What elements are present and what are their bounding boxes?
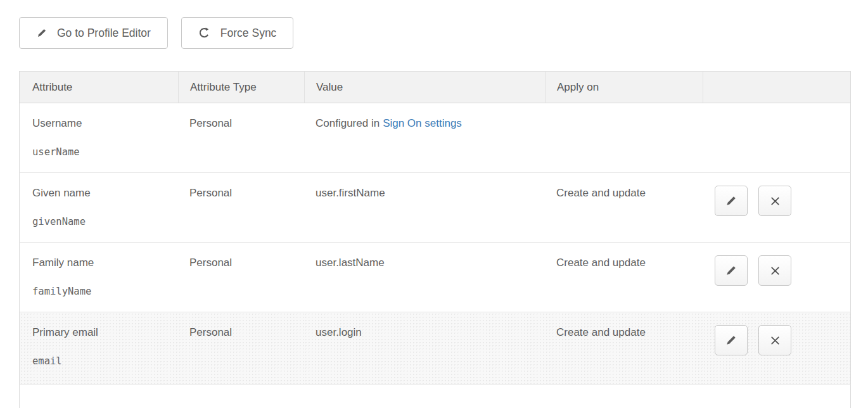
close-icon: [769, 335, 781, 347]
attribute-label: Primary email: [32, 326, 178, 339]
apply-on-cell: [545, 103, 703, 173]
sign-on-settings-link[interactable]: Sign On settings: [383, 117, 462, 129]
close-icon: [769, 265, 781, 277]
pencil-icon: [36, 27, 48, 39]
column-header-apply-on: Apply on: [545, 71, 703, 103]
attribute-cell: Family name familyName: [19, 243, 178, 312]
toolbar: Go to Profile Editor Force Sync: [19, 17, 293, 49]
attribute-variable: email: [32, 355, 178, 367]
attribute-mapping-table: Attribute Attribute Type Value Apply on …: [19, 71, 851, 408]
attribute-variable: givenName: [32, 216, 178, 227]
value-cell: user.login: [304, 312, 545, 385]
table-row: Family name familyName Personal user.las…: [19, 243, 851, 312]
value-text: user.firstName: [316, 187, 385, 199]
apply-on-value: Create and update: [556, 326, 646, 338]
attribute-type-cell: Personal: [178, 103, 304, 173]
attribute-label: Given name: [32, 187, 178, 200]
actions-cell: [703, 173, 851, 243]
actions-cell: [703, 103, 851, 173]
apply-on-value: Create and update: [556, 257, 646, 269]
column-header-value: Value: [304, 71, 545, 103]
go-to-profile-editor-label: Go to Profile Editor: [57, 27, 151, 40]
attribute-type-cell: Personal: [178, 312, 304, 385]
attribute-label: Username: [32, 117, 178, 130]
edit-attribute-button[interactable]: [715, 325, 748, 355]
attribute-table-footer: [19, 385, 851, 408]
attribute-variable: familyName: [32, 286, 178, 297]
edit-attribute-button[interactable]: [715, 255, 748, 286]
row-actions: [715, 325, 850, 355]
value-cell: Configured inSign On settings: [304, 103, 545, 173]
apply-on-value: Create and update: [556, 187, 646, 199]
table-row-empty: [19, 385, 851, 408]
edit-attribute-button[interactable]: [715, 186, 748, 216]
table-header: Attribute Attribute Type Value Apply on: [19, 71, 851, 103]
value-text: user.lastName: [316, 257, 385, 269]
attribute-cell: Given name givenName: [19, 173, 178, 243]
close-icon: [769, 195, 781, 207]
attribute-variable: userName: [32, 146, 178, 158]
go-to-profile-editor-button[interactable]: Go to Profile Editor: [19, 17, 168, 49]
attribute-type: Personal: [189, 117, 232, 129]
force-sync-label: Force Sync: [220, 27, 277, 40]
apply-on-cell: Create and update: [545, 312, 703, 385]
pencil-icon: [725, 334, 737, 347]
attribute-type-cell: Personal: [178, 243, 304, 312]
value-cell: user.firstName: [304, 173, 545, 243]
attribute-table-body: Username userName Personal Configured in…: [19, 103, 851, 385]
attribute-cell: Username userName: [19, 103, 178, 173]
attribute-label: Family name: [32, 257, 178, 269]
table-row: Primary email email Personal user.login …: [19, 312, 851, 385]
attribute-type-cell: Personal: [178, 173, 304, 243]
column-header-actions: [703, 71, 851, 103]
remove-attribute-button[interactable]: [758, 255, 791, 286]
column-header-attribute-type: Attribute Type: [178, 71, 304, 103]
value-text: user.login: [316, 326, 362, 338]
row-actions: [715, 255, 850, 286]
remove-attribute-button[interactable]: [758, 186, 791, 216]
attribute-cell: Primary email email: [19, 312, 178, 385]
attribute-type: Personal: [189, 326, 232, 338]
attribute-type: Personal: [189, 257, 232, 269]
table-row: Username userName Personal Configured in…: [19, 103, 851, 173]
row-actions: [715, 186, 850, 216]
force-sync-button[interactable]: Force Sync: [181, 17, 294, 49]
actions-cell: [703, 312, 851, 385]
actions-cell: [703, 243, 851, 312]
apply-on-cell: Create and update: [545, 173, 703, 243]
pencil-icon: [725, 264, 737, 277]
remove-attribute-button[interactable]: [758, 325, 791, 355]
column-header-attribute: Attribute: [19, 71, 178, 103]
sync-icon: [198, 27, 211, 39]
table-row: Given name givenName Personal user.first…: [19, 173, 851, 243]
value-cell: user.lastName: [304, 243, 545, 312]
pencil-icon: [725, 194, 737, 207]
attribute-type: Personal: [189, 187, 232, 199]
apply-on-cell: Create and update: [545, 243, 703, 312]
value-text: Configured in: [316, 117, 380, 129]
